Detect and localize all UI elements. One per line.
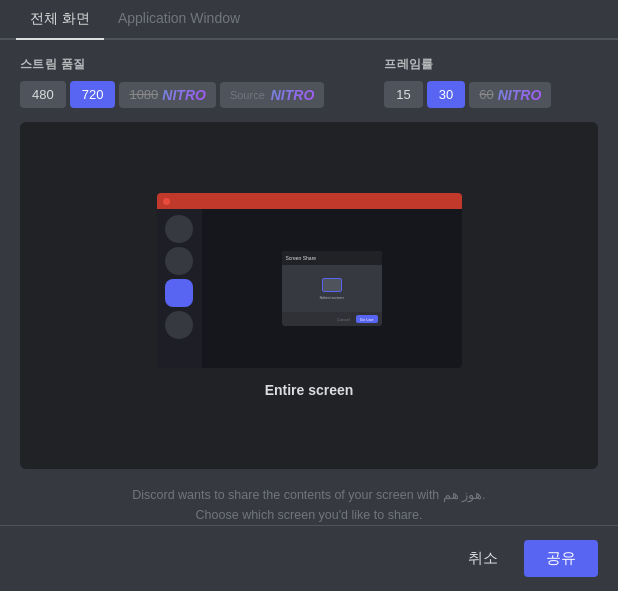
screen-body: Screen Share Select screen Cancel Go Liv… <box>157 209 462 368</box>
quality-480-button[interactable]: 480 <box>20 81 66 108</box>
cancel-button[interactable]: 취소 <box>454 541 512 576</box>
stream-quality-label: 스트림 품질 <box>20 56 324 73</box>
screen-sidebar <box>157 209 202 368</box>
quality-720-button[interactable]: 720 <box>70 81 116 108</box>
share-button[interactable]: 공유 <box>524 540 598 577</box>
quality-source-nitro-badge[interactable]: Source NITRO <box>220 82 324 108</box>
framerate-30-button[interactable]: 30 <box>427 81 465 108</box>
tab-bar: 전체 화면 Application Window <box>0 0 618 40</box>
preview-container: Screen Share Select screen Cancel Go Liv… <box>20 122 598 469</box>
sidebar-icon-3 <box>165 311 193 339</box>
mini-modal-header: Screen Share <box>282 251 382 265</box>
mini-screen-icon <box>322 278 342 292</box>
window-dot <box>163 198 170 205</box>
app-window: 전체 화면 Application Window 스트림 품질 480 720 … <box>0 0 618 591</box>
screen-preview: Screen Share Select screen Cancel Go Liv… <box>157 193 462 368</box>
action-bar: 취소 공유 <box>0 525 618 591</box>
sidebar-icon-2 <box>165 247 193 275</box>
framerate-15-button[interactable]: 15 <box>384 81 422 108</box>
sidebar-icon-active <box>165 279 193 307</box>
screen-inner: Screen Share Select screen Cancel Go Liv… <box>157 193 462 368</box>
tab-entire-screen[interactable]: 전체 화면 <box>16 0 104 40</box>
settings-row: 스트림 품질 480 720 1080 NITRO Source NITRO 프 <box>20 56 598 108</box>
sidebar-icon-1 <box>165 215 193 243</box>
screen-label: Entire screen <box>265 382 354 398</box>
quality-1080-nitro-badge[interactable]: 1080 NITRO <box>119 82 215 108</box>
tab-app-window[interactable]: Application Window <box>104 0 254 40</box>
framerate-buttons: 15 30 60 NITRO <box>384 81 551 108</box>
framerate-group: 프레임률 15 30 60 NITRO <box>384 56 551 108</box>
screen-topbar <box>157 193 462 209</box>
modal-overlay: Screen Share Select screen Cancel Go Liv… <box>202 209 462 368</box>
main-content: 스트림 품질 480 720 1080 NITRO Source NITRO 프 <box>0 40 618 485</box>
mini-modal-footer: Cancel Go Live <box>282 312 382 326</box>
footer-text: Discord wants to share the contents of y… <box>0 485 618 525</box>
stream-quality-buttons: 480 720 1080 NITRO Source NITRO <box>20 81 324 108</box>
mini-modal: Screen Share Select screen Cancel Go Liv… <box>282 251 382 326</box>
framerate-60-nitro-badge[interactable]: 60 NITRO <box>469 82 551 108</box>
screen-main: Screen Share Select screen Cancel Go Liv… <box>202 209 462 368</box>
stream-quality-group: 스트림 품질 480 720 1080 NITRO Source NITRO <box>20 56 324 108</box>
mini-modal-body: Select screen <box>282 265 382 312</box>
framerate-label: 프레임률 <box>384 56 551 73</box>
